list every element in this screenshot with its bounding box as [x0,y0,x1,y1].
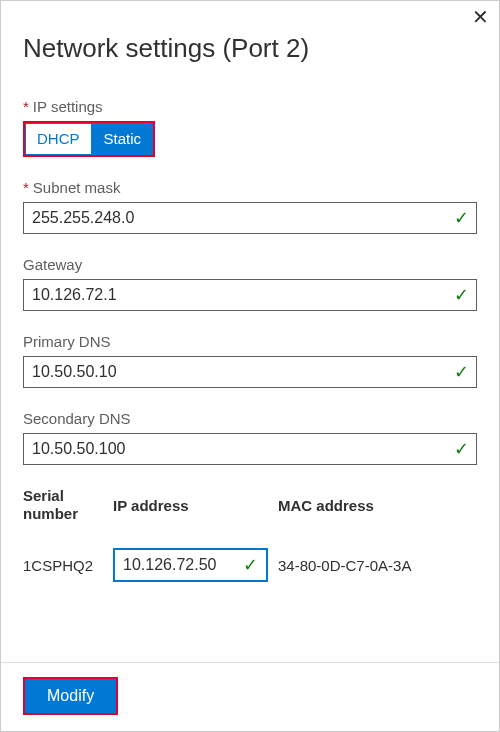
subnet-input[interactable] [23,202,477,234]
subnet-label-text: Subnet mask [33,179,121,196]
ip-address-input[interactable] [115,550,266,580]
primary-dns-input[interactable] [23,356,477,388]
gateway-field: Gateway ✓ [23,256,477,311]
ip-settings-label: *IP settings [23,98,477,115]
page-title: Network settings (Port 2) [23,33,477,64]
table-header: Serial number IP address MAC address [23,487,477,543]
required-asterisk: * [23,179,29,196]
mac-value: 34-80-0D-C7-0A-3A [278,557,477,574]
gateway-label: Gateway [23,256,477,273]
subnet-label: *Subnet mask [23,179,477,196]
subnet-field: *Subnet mask ✓ [23,179,477,234]
static-toggle[interactable]: Static [92,123,154,155]
dhcp-toggle[interactable]: DHCP [25,123,92,155]
required-asterisk: * [23,98,29,115]
secondary-dns-label: Secondary DNS [23,410,477,427]
col-ip: IP address [113,497,278,532]
modify-button[interactable]: Modify [23,677,118,715]
primary-dns-field: Primary DNS ✓ [23,333,477,388]
gateway-input[interactable] [23,279,477,311]
close-icon[interactable]: ✕ [472,7,489,27]
col-serial: Serial number [23,487,113,543]
node-table: Serial number IP address MAC address 1CS… [23,487,477,589]
footer-divider [1,662,499,663]
secondary-dns-field: Secondary DNS ✓ [23,410,477,465]
primary-dns-label: Primary DNS [23,333,477,350]
table-row: 1CSPHQ2 ✓ 34-80-0D-C7-0A-3A [23,542,477,588]
serial-value: 1CSPHQ2 [23,557,113,574]
ip-settings-field: *IP settings DHCP Static [23,98,477,157]
ip-settings-toggle: DHCP Static [23,121,155,157]
col-mac: MAC address [278,497,477,532]
ip-settings-label-text: IP settings [33,98,103,115]
secondary-dns-input[interactable] [23,433,477,465]
